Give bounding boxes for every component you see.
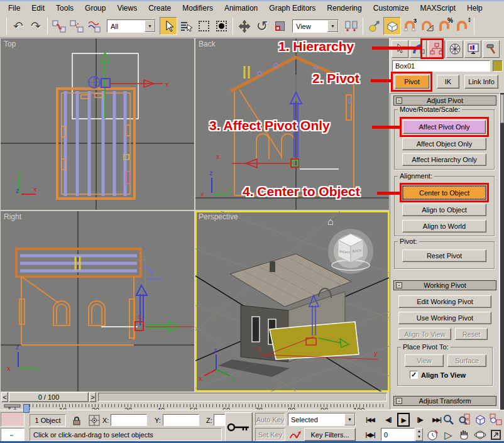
menu-item[interactable]: Animation [219, 2, 263, 14]
time-slider-prev-button[interactable]: < [1, 392, 8, 402]
select-and-scale-button[interactable] [271, 17, 288, 35]
menu-item[interactable]: Rendering [321, 2, 367, 14]
menu-item[interactable]: Edit [26, 2, 50, 14]
center-to-object-button[interactable]: Center to Object [403, 186, 486, 199]
affect-object-only-button[interactable]: Affect Object Only [402, 138, 486, 150]
viewport-right[interactable]: Right z x zxy [1, 211, 194, 391]
maximize-viewport-toggle[interactable] [488, 428, 503, 442]
menu-item[interactable]: Customize [368, 2, 415, 14]
reference-coordinate-dropdown[interactable]: View▼ [292, 19, 339, 33]
auto-key-button[interactable]: Auto Key [255, 413, 285, 426]
y-coordinate-field[interactable] [163, 414, 199, 426]
panel-scrollbar[interactable] [500, 93, 504, 410]
window-crossing-button[interactable] [212, 17, 230, 35]
menu-item[interactable]: File [3, 2, 26, 14]
absolute-offset-toggle[interactable] [87, 413, 101, 427]
spinner-down-icon[interactable]: ▼ [417, 435, 421, 439]
select-and-rotate-button[interactable]: ↺ [253, 17, 271, 35]
menu-item[interactable]: Modifiers [177, 2, 219, 14]
select-and-link-button[interactable] [50, 17, 68, 35]
snaps-toggle-button[interactable] [383, 17, 401, 35]
time-slider-next-button[interactable]: > [89, 392, 96, 402]
key-filters-button[interactable]: Key Filters... [304, 428, 356, 441]
redo-button[interactable]: ↷ [27, 17, 45, 35]
unlink-selection-button[interactable] [68, 17, 85, 35]
affect-pivot-only-button[interactable]: Affect Pivot Only [403, 120, 486, 134]
default-in-out-tangents-button[interactable] [288, 428, 302, 442]
menu-item[interactable]: Graph Editors [263, 2, 321, 14]
view-button[interactable]: View [405, 354, 444, 367]
set-key-button[interactable]: Set Key [255, 428, 285, 441]
mirror-button[interactable] [342, 17, 360, 35]
zoom-all-button[interactable] [457, 413, 471, 427]
selection-lock-toggle[interactable] [69, 413, 84, 427]
play-button[interactable]: ▶ [397, 413, 410, 427]
bind-to-space-warp-button[interactable] [85, 17, 103, 35]
menu-item[interactable]: Group [79, 2, 111, 14]
spinner-up-icon[interactable]: ▲ [417, 429, 421, 433]
collapse-icon[interactable]: - [396, 398, 402, 404]
go-to-start-button[interactable]: |◀◀ [362, 413, 378, 427]
align-to-world-button[interactable]: Align to World [402, 220, 486, 232]
percent-snap-button[interactable]: % [436, 17, 454, 35]
rectangular-selection-region-button[interactable] [195, 17, 212, 35]
menu-item[interactable]: Tools [50, 2, 79, 14]
affect-hierarchy-only-button[interactable]: Affect Hierarchy Only [402, 153, 486, 166]
edit-working-pivot-button[interactable]: Edit Working Pivot [398, 295, 491, 308]
pan-button[interactable] [457, 428, 471, 442]
tab-utilities[interactable] [483, 40, 500, 58]
reset-pivot-button[interactable]: Reset Pivot [402, 249, 486, 262]
angle-snap-button[interactable] [419, 17, 436, 35]
chevron-down-icon[interactable]: ▼ [327, 20, 338, 32]
menu-item[interactable]: MAXScript [414, 2, 461, 14]
viewport-perspective[interactable]: Perspective x y [195, 211, 389, 391]
chevron-down-icon[interactable]: ▼ [344, 413, 355, 425]
zoom-button[interactable] [441, 413, 456, 427]
select-and-manipulate-button[interactable] [366, 17, 383, 35]
collapse-icon[interactable]: - [396, 282, 402, 288]
undo-button[interactable]: ↶ [9, 17, 27, 35]
reset-button[interactable]: Reset [455, 328, 488, 340]
next-frame-button[interactable]: ||▶ [412, 413, 427, 427]
zoom-extents-button[interactable] [473, 413, 487, 427]
select-and-move-button[interactable] [236, 17, 253, 35]
snap-toggle-3d-button[interactable]: 3 [401, 17, 419, 35]
maxscript-mini-listener[interactable] [1, 428, 25, 442]
selection-filter-dropdown[interactable]: All▼ [107, 19, 156, 33]
tab-display[interactable] [464, 40, 481, 58]
object-color-swatch[interactable] [493, 60, 503, 72]
link-info-tab-button[interactable]: Link Info [464, 75, 498, 89]
viewport-top[interactable]: Top x yzx [1, 38, 194, 210]
frame-spinner[interactable]: ▲▼ [415, 428, 423, 441]
collapse-icon[interactable]: - [396, 97, 402, 104]
adjust-pivot-rollout-header[interactable]: -Adjust Pivot [393, 96, 496, 106]
field-of-view-button[interactable]: ▷ [441, 428, 456, 442]
pivot-tab-button[interactable]: Pivot [395, 75, 429, 89]
use-working-pivot-button[interactable]: Use Working Pivot [398, 312, 491, 324]
set-keys-button[interactable] [225, 412, 253, 442]
menu-item[interactable]: Help [461, 2, 488, 14]
chevron-down-icon[interactable]: ▼ [145, 20, 155, 32]
surface-button[interactable]: Surface [447, 354, 486, 367]
tab-hierarchy[interactable] [428, 40, 445, 58]
menu-item[interactable]: Views [111, 2, 143, 14]
menu-item[interactable]: Create [143, 2, 177, 14]
time-slider-thumb[interactable] [23, 404, 30, 413]
previous-frame-button[interactable]: ◀|| [381, 413, 396, 427]
time-slider-track[interactable] [98, 393, 387, 402]
tab-motion[interactable] [446, 40, 463, 58]
adjust-transform-rollout-header[interactable]: -Adjust Transform [393, 396, 496, 406]
arc-rotate-button[interactable] [473, 428, 487, 442]
scrollbar-thumb[interactable] [500, 94, 504, 123]
key-mode-toggle[interactable]: |◀▶| [362, 428, 378, 442]
align-to-view-button[interactable]: Align To View [398, 328, 451, 340]
current-frame-field[interactable]: 0 [381, 428, 415, 441]
ik-tab-button[interactable]: IK [437, 75, 459, 89]
x-coordinate-field[interactable] [111, 414, 147, 426]
select-object-button[interactable] [160, 17, 177, 35]
time-slider-button[interactable]: 0 / 100 [9, 392, 89, 402]
align-to-object-button[interactable]: Align to Object [402, 204, 486, 216]
zoom-extents-all-button[interactable] [488, 413, 503, 427]
spinner-snap-button[interactable]: ▲▼ [454, 17, 471, 35]
select-by-name-button[interactable] [177, 17, 195, 35]
